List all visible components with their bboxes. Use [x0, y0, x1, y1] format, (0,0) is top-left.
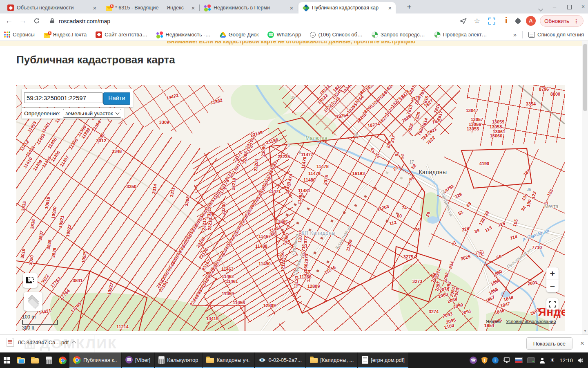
- scrollbar-thumb[interactable]: [583, 44, 587, 111]
- minimize-button[interactable]: –: [550, 3, 559, 10]
- reading-list-icon: [528, 32, 535, 38]
- downloaded-file-item[interactable]: ЛС 3424947 Са....pdf: [7, 338, 76, 347]
- tab-1[interactable]: Объекты недвижимости×: [3, 2, 100, 13]
- new-tab-button[interactable]: +: [404, 2, 414, 11]
- tray-user-icon[interactable]: [539, 357, 545, 364]
- address-bar[interactable]: roscadastr.com/map: [59, 18, 110, 25]
- reload-button[interactable]: [32, 16, 42, 26]
- taskbar-button[interactable]: 0-02-05-2a7...: [255, 352, 305, 368]
- tray-speaker-icon[interactable]: [577, 358, 584, 363]
- tray-bluetooth-icon[interactable]: ᛒ: [492, 357, 499, 364]
- zoom-in-button[interactable]: +: [546, 267, 559, 280]
- yandex-logo: Яндекс: [538, 306, 565, 319]
- parcel-number-label: 3312: [96, 138, 106, 143]
- chevron-up-icon[interactable]: [71, 341, 76, 345]
- search-button[interactable]: Найти: [103, 92, 130, 105]
- quicklaunch-chrome-icon[interactable]: [56, 352, 69, 368]
- profile-avatar[interactable]: А: [526, 16, 536, 26]
- tab-close-icon[interactable]: ×: [387, 4, 393, 11]
- tray-brightness-icon[interactable]: ☀: [550, 357, 555, 364]
- tray-drive-icon[interactable]: [527, 357, 535, 363]
- bookmarks-overflow-button[interactable]: »: [513, 31, 517, 38]
- warning-banner: Внимание! Если на кадастровой карте не о…: [0, 41, 582, 46]
- definition-select[interactable]: земельный участок: [63, 109, 121, 118]
- reading-list-button[interactable]: Список для чтения: [528, 31, 584, 38]
- taskbar-button[interactable]: ☎[Viber]: [122, 352, 154, 368]
- chevron-down-icon: [116, 111, 120, 115]
- bookmark-item[interactable]: Недвижимость -…: [156, 31, 210, 38]
- update-browser-button[interactable]: Обновить ⋮: [540, 15, 584, 27]
- screenshot-extension-icon[interactable]: [487, 16, 497, 26]
- cadastral-search-input[interactable]: [24, 92, 102, 103]
- bookmark-item[interactable]: ☎WhatsApp: [267, 31, 301, 38]
- bookmark-item[interactable]: Google Диск: [220, 31, 259, 38]
- bookmark-item[interactable]: Проверка элект…: [434, 31, 487, 38]
- tab-title: * 6315 · Входящие — Яндекс: [115, 5, 187, 11]
- parcel-number-label: 14419: [206, 316, 219, 321]
- quicklaunch-calculator-icon[interactable]: [42, 352, 56, 368]
- map-attribution: Яндекс Условия использования: [486, 319, 556, 324]
- parcel-number-label: 8800: [550, 92, 560, 96]
- parcel-number-label: 60: [397, 213, 402, 218]
- scrollbar-down-arrow[interactable]: ▼: [584, 329, 587, 333]
- tray-shield-icon[interactable]: !: [481, 357, 488, 364]
- taskbar-button[interactable]: [Капидоны, ...: [306, 352, 357, 368]
- chevron-down-icon[interactable]: [537, 5, 545, 12]
- tray-viber-icon[interactable]: ☎: [470, 357, 477, 364]
- bookmark-item[interactable]: Запрос посредс…: [372, 31, 425, 38]
- tab-close-icon[interactable]: ×: [288, 4, 295, 11]
- close-window-button[interactable]: ×: [579, 3, 587, 10]
- scale-bar: [22, 320, 58, 325]
- bookmark-item[interactable]: Сервисы: [4, 31, 35, 38]
- extensions-puzzle-icon[interactable]: [513, 16, 523, 26]
- bookmark-item[interactable]: Яндекс.Почта: [44, 31, 87, 38]
- definition-panel: Определение: земельный участок: [22, 108, 124, 119]
- parcel-number-label: 11478: [316, 164, 329, 169]
- quicklaunch-explorer-icon[interactable]: [14, 352, 28, 368]
- tray-clock[interactable]: 12:10: [559, 357, 573, 364]
- layers-button[interactable]: [24, 292, 42, 311]
- measure-tool-button[interactable]: [23, 273, 38, 288]
- start-button[interactable]: [0, 352, 14, 368]
- tab-strip: Объекты недвижимости×* 6315 · Входящие —…: [0, 0, 588, 13]
- taskbar-button[interactable]: Капидоны уч...: [203, 352, 254, 368]
- maximize-button[interactable]: [565, 4, 573, 11]
- tab-close-icon[interactable]: ×: [190, 4, 196, 11]
- tab-3[interactable]: Недвижимость в Перми×: [200, 2, 297, 13]
- tab-close-icon[interactable]: ×: [91, 4, 98, 11]
- parcel-number-label: 4190: [479, 161, 489, 166]
- cadastral-map[interactable]: 1140311401113761139911394113931139511404…: [16, 85, 565, 331]
- pdf-file-icon: [7, 338, 14, 347]
- parcel-number-label: 11479: [308, 171, 321, 176]
- parcel-number-label: 13059: [492, 119, 505, 124]
- page-scrollbar[interactable]: ▼: [582, 41, 588, 334]
- bookmark-item[interactable]: →(106) Список об…: [310, 31, 363, 38]
- tray-flag-icon[interactable]: [515, 357, 523, 363]
- bookmark-star-icon[interactable]: ☆: [472, 16, 482, 26]
- tray-network-icon[interactable]: [503, 357, 510, 363]
- parcel-number-label: 11471: [269, 189, 281, 194]
- parcel-number-label: 13047: [466, 108, 479, 113]
- show-all-downloads-button[interactable]: Показать все: [526, 337, 572, 350]
- browser-menu-icon[interactable]: ⋮: [573, 18, 579, 24]
- taskbar-button[interactable]: [егрн дом.pdf]: [358, 352, 408, 368]
- parcel-number-label: 6: [287, 143, 290, 148]
- tab-2[interactable]: * 6315 · Входящие — Яндекс×: [102, 2, 199, 13]
- forward-button[interactable]: →: [18, 16, 28, 26]
- bookmark-item[interactable]: Сайт агентства…: [96, 31, 147, 38]
- info-extension-icon[interactable]: [501, 16, 511, 26]
- lock-icon[interactable]: [47, 16, 57, 26]
- quicklaunch-folder-icon[interactable]: [28, 352, 42, 368]
- close-shelf-button[interactable]: ×: [580, 339, 584, 348]
- send-icon[interactable]: [458, 16, 468, 26]
- back-button[interactable]: ←: [4, 16, 14, 26]
- taskbar-button[interactable]: Публичная к...: [69, 352, 121, 368]
- taskbar-button[interactable]: Калькулятор: [155, 352, 202, 368]
- terms-of-use-link[interactable]: Условия использования: [506, 319, 556, 324]
- parcel-number-label: 9: [299, 150, 301, 155]
- search-panel: Найти: [22, 89, 133, 107]
- tab-4[interactable]: Публичная кадастровая кар×: [298, 2, 396, 13]
- scale-meters: 100 m: [22, 314, 58, 320]
- parcel-number-label: 18: [354, 133, 358, 137]
- zoom-out-button[interactable]: −: [546, 280, 559, 292]
